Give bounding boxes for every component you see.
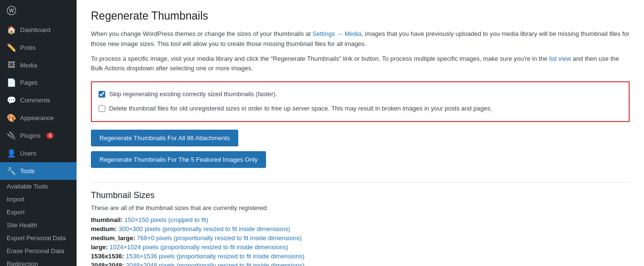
appearance-icon: 🎨 (7, 113, 16, 122)
description-paragraph-1: When you change WordPress themes or chan… (91, 29, 630, 49)
options-box: Skip regenerating existing correctly siz… (91, 81, 630, 122)
sidebar-item-tools[interactable]: 🔧 Tools (0, 162, 77, 180)
users-icon: 👤 (7, 149, 16, 158)
size-name-3: large: (91, 244, 108, 251)
option-row-1: Skip regenerating existing correctly siz… (99, 87, 622, 101)
sidebar-item-media-label: Media (20, 62, 37, 69)
tools-icon: 🔧 (7, 166, 16, 176)
tools-submenu: Available Tools Import Export Site Healt… (0, 180, 77, 266)
sidebar-item-posts[interactable]: ✏️ Posts (0, 39, 77, 56)
thumbnail-sizes-list: thumbnail: 150×150 pixels (cropped to fi… (91, 216, 630, 266)
size-row-4: 1536x1536: 1536×1536 pixels (proportiona… (91, 253, 630, 260)
sidebar-item-comments[interactable]: 💬 Comments (0, 91, 77, 109)
media-icon: 🖼 (7, 61, 16, 69)
sidebar-item-media[interactable]: 🖼 Media (0, 56, 77, 74)
btn2-wrapper: Regenerate Thumbnails For The 5 Featured… (91, 151, 630, 173)
delete-unregistered-checkbox[interactable] (99, 105, 105, 112)
desc1-prefix: When you change WordPress themes or chan… (91, 30, 312, 37)
list-view-link[interactable]: list view (549, 55, 571, 62)
size-row-5: 2048x2048: 2048×2048 pixels (proportiona… (91, 262, 630, 266)
sidebar-item-tools-label: Tools (20, 167, 34, 175)
size-name-0: thumbnail: (91, 216, 122, 223)
main-content: Regenerate Thumbnails When you change Wo… (77, 0, 644, 266)
option-row-2: Delete thumbnail files for old unregiste… (99, 101, 622, 116)
dashboard-icon: 🏠 (7, 25, 16, 34)
wordpress-logo-icon: W (7, 6, 16, 15)
size-value-5: 2048×2048 pixels (proportionally resized… (126, 262, 304, 266)
page-title: Regenerate Thumbnails (91, 10, 630, 22)
comments-icon: 💬 (7, 96, 16, 105)
submenu-import[interactable]: Import (0, 193, 77, 206)
description-paragraph-2: To process a specific image, visit your … (91, 54, 630, 74)
sidebar-item-dashboard[interactable]: 🏠 Dashboard (0, 21, 77, 39)
regenerate-all-button[interactable]: Regenerate Thumbnails For All 98 Attachm… (91, 130, 238, 146)
size-value-2: 768×0 pixels (proportionally resized to … (137, 234, 301, 242)
sidebar-item-users-label: Users (20, 150, 36, 157)
submenu-available-tools[interactable]: Available Tools (0, 180, 77, 193)
size-value-0: 150×150 pixels (cropped to fit) (124, 216, 208, 223)
sidebar-item-comments-label: Comments (20, 97, 50, 104)
size-value-4: 1536×1536 pixels (proportionally resized… (126, 253, 304, 260)
submenu-redirection[interactable]: Redirection (0, 257, 77, 266)
plugins-badge: 4 (46, 133, 54, 139)
submenu-erase-personal-data[interactable]: Erase Personal Data (0, 244, 77, 257)
submenu-export[interactable]: Export (0, 206, 77, 219)
settings-media-link[interactable]: Settings → Media (312, 30, 362, 37)
sidebar-item-users[interactable]: 👤 Users (0, 144, 77, 162)
size-row-0: thumbnail: 150×150 pixels (cropped to fi… (91, 216, 630, 223)
size-value-3: 1024×1024 pixels (proportionally resized… (110, 244, 288, 251)
sidebar-item-pages[interactable]: 📄 Pages (0, 74, 77, 91)
sidebar-item-pages-label: Pages (20, 79, 38, 86)
svg-text:W: W (9, 8, 14, 13)
size-name-1: medium: (91, 225, 117, 233)
size-name-5: 2048x2048: (91, 262, 124, 266)
skip-existing-label[interactable]: Skip regenerating existing correctly siz… (109, 90, 277, 99)
size-name-4: 1536x1536: (91, 253, 124, 260)
sidebar-item-posts-label: Posts (20, 44, 36, 51)
btn1-wrapper: Regenerate Thumbnails For All 98 Attachm… (91, 130, 630, 151)
posts-icon: ✏️ (7, 43, 16, 52)
thumbnail-sizes-title: Thumbnail Sizes (91, 182, 630, 200)
size-name-2: medium_large: (91, 234, 135, 242)
sizes-intro: These are all of the thumbnail sizes tha… (91, 204, 630, 211)
submenu-site-health[interactable]: Site Health (0, 219, 77, 232)
size-row-1: medium: 300×300 pixels (proportionally r… (91, 225, 630, 233)
sidebar-item-dashboard-label: Dashboard (20, 26, 51, 33)
sidebar-item-appearance[interactable]: 🎨 Appearance (0, 109, 77, 127)
sidebar-item-appearance-label: Appearance (20, 114, 54, 122)
size-value-1: 300×300 pixels (proportionally resized t… (119, 225, 290, 233)
sidebar-item-plugins-label: Plugins (20, 132, 41, 139)
desc2-prefix: To process a specific image, visit your … (91, 55, 549, 62)
size-row-2: medium_large: 768×0 pixels (proportional… (91, 234, 630, 242)
skip-existing-checkbox[interactable] (99, 91, 105, 98)
wp-logo: W (0, 0, 77, 21)
delete-unregistered-label[interactable]: Delete thumbnail files for old unregiste… (109, 104, 492, 113)
sidebar-item-plugins[interactable]: 🔌 Plugins 4 (0, 127, 77, 144)
submenu-export-personal-data[interactable]: Export Personal Data (0, 232, 77, 244)
pages-icon: 📄 (7, 78, 16, 87)
regenerate-featured-button[interactable]: Regenerate Thumbnails For The 5 Featured… (91, 151, 266, 168)
size-row-3: large: 1024×1024 pixels (proportionally … (91, 244, 630, 251)
sidebar: W 🏠 Dashboard ✏️ Posts 🖼 Media 📄 Pages 💬… (0, 0, 77, 266)
plugins-icon: 🔌 (7, 131, 16, 140)
